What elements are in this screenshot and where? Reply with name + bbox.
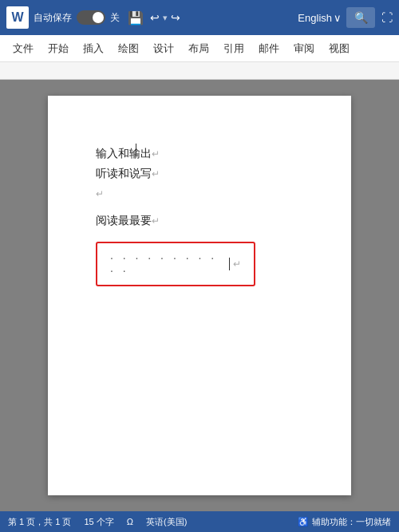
toggle-off-label: 关 xyxy=(110,11,120,25)
save-icon[interactable]: 💾 xyxy=(128,10,144,26)
menu-item-references[interactable]: 引用 xyxy=(217,38,251,59)
undo-redo-area: ↩ ▾ ↪ xyxy=(150,11,180,24)
search-box[interactable]: 🔍 xyxy=(346,7,375,28)
redo-icon[interactable]: ↪ xyxy=(171,11,180,24)
toggle-knob xyxy=(93,12,104,23)
doc-line-empty: ↵ xyxy=(96,183,319,203)
page-info: 第 1 页，共 1 页 xyxy=(8,516,71,528)
menu-item-insert[interactable]: 插入 xyxy=(77,38,110,59)
menu-item-draw[interactable]: 绘图 xyxy=(112,38,145,59)
menu-item-review[interactable]: 审阅 xyxy=(287,38,321,59)
document-page[interactable]: 输入和输出↵ 听读和说写↵ ↵ 阅读最最要↵ · · · · · · · · ·… xyxy=(48,96,351,495)
word-logo: W xyxy=(6,6,29,29)
menu-item-design[interactable]: 设计 xyxy=(147,38,180,59)
accessibility-button[interactable]: ♿ 辅助功能：一切就绪 xyxy=(298,516,391,528)
accessibility-label: 辅助功能：一切就绪 xyxy=(312,516,391,528)
language-button[interactable]: English ∨ xyxy=(298,12,342,24)
doc-line-2: 听读和说写↵ xyxy=(96,164,319,183)
cursor-marker xyxy=(136,144,136,156)
menu-item-file[interactable]: 文件 xyxy=(6,38,40,59)
menu-item-mailings[interactable]: 邮件 xyxy=(252,38,286,59)
undo-icon[interactable]: ↩ xyxy=(150,11,160,24)
view-icon: Ω xyxy=(127,517,133,526)
accessibility-icon: ♿ xyxy=(298,517,309,527)
text-cursor xyxy=(229,258,230,270)
document-area: 输入和输出↵ 听读和说写↵ ↵ 阅读最最要↵ · · · · · · · · ·… xyxy=(0,80,399,511)
expand-icon[interactable]: ⛶ xyxy=(381,11,393,24)
para-mark-box: ↵ xyxy=(233,258,241,270)
language-status: 英语(美国) xyxy=(146,516,187,528)
search-icon: 🔍 xyxy=(354,11,368,24)
dots-content: · · · · · · · · · · · xyxy=(110,251,226,277)
menu-bar: 文件 开始 插入 绘图 设计 布局 引用 邮件 审阅 视图 xyxy=(0,35,399,62)
language-chevron: ∨ xyxy=(334,12,342,24)
ruler xyxy=(0,62,399,80)
title-bar: W 自动保存 关 💾 ↩ ▾ ↪ English ∨ 🔍 ⛶ xyxy=(0,0,399,35)
status-bar: 第 1 页，共 1 页 15 个字 Ω 英语(美国) ♿ 辅助功能：一切就绪 xyxy=(0,511,399,532)
autosave-label: 自动保存 xyxy=(34,11,72,25)
menu-item-home[interactable]: 开始 xyxy=(41,38,75,59)
dotted-input-box[interactable]: · · · · · · · · · · · ↵ xyxy=(96,242,255,286)
doc-line-1: 输入和输出↵ xyxy=(96,144,319,164)
doc-line-4: 阅读最最要↵ xyxy=(96,211,319,231)
char-count: 15 个字 xyxy=(84,516,113,528)
menu-item-layout[interactable]: 布局 xyxy=(182,38,215,59)
autosave-toggle[interactable] xyxy=(77,10,105,25)
menu-item-view[interactable]: 视图 xyxy=(322,38,356,59)
language-label: English xyxy=(298,12,332,24)
